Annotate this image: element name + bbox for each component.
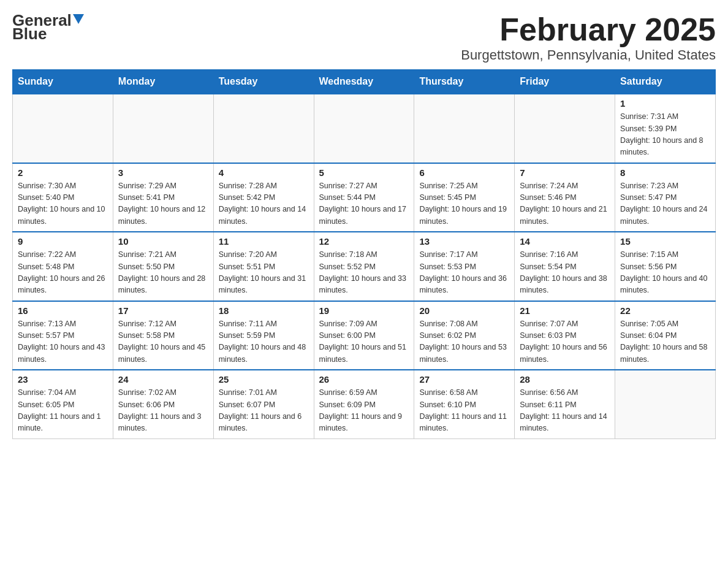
calendar-cell: 26Sunrise: 6:59 AMSunset: 6:09 PMDayligh… bbox=[314, 370, 414, 439]
calendar-cell: 20Sunrise: 7:08 AMSunset: 6:02 PMDayligh… bbox=[414, 301, 515, 370]
day-number: 9 bbox=[18, 236, 108, 247]
day-number: 16 bbox=[18, 305, 108, 316]
day-number: 19 bbox=[319, 305, 409, 316]
calendar-cell: 2Sunrise: 7:30 AMSunset: 5:40 PMDaylight… bbox=[13, 163, 113, 232]
calendar-cell bbox=[615, 370, 716, 439]
day-info: Sunrise: 7:18 AMSunset: 5:52 PMDaylight:… bbox=[319, 249, 409, 297]
page-header: General Blue February 2025 Burgettstown,… bbox=[12, 12, 716, 63]
calendar-cell: 1Sunrise: 7:31 AMSunset: 5:39 PMDaylight… bbox=[615, 94, 716, 163]
day-info: Sunrise: 7:04 AMSunset: 6:05 PMDaylight:… bbox=[18, 387, 108, 435]
day-info: Sunrise: 7:08 AMSunset: 6:02 PMDaylight:… bbox=[419, 318, 509, 366]
day-info: Sunrise: 7:22 AMSunset: 5:48 PMDaylight:… bbox=[18, 249, 108, 297]
calendar-cell: 10Sunrise: 7:21 AMSunset: 5:50 PMDayligh… bbox=[113, 232, 213, 301]
day-info: Sunrise: 6:58 AMSunset: 6:10 PMDaylight:… bbox=[419, 387, 509, 435]
calendar-cell: 4Sunrise: 7:28 AMSunset: 5:42 PMDaylight… bbox=[213, 163, 314, 232]
calendar-cell: 3Sunrise: 7:29 AMSunset: 5:41 PMDaylight… bbox=[113, 163, 213, 232]
day-number: 15 bbox=[620, 236, 710, 247]
day-info: Sunrise: 7:31 AMSunset: 5:39 PMDaylight:… bbox=[620, 111, 710, 159]
day-number: 13 bbox=[419, 236, 509, 247]
day-number: 2 bbox=[18, 167, 108, 178]
calendar-cell: 27Sunrise: 6:58 AMSunset: 6:10 PMDayligh… bbox=[414, 370, 515, 439]
logo-triangle-icon bbox=[73, 14, 84, 24]
day-info: Sunrise: 7:28 AMSunset: 5:42 PMDaylight:… bbox=[219, 180, 309, 228]
calendar-cell bbox=[314, 94, 414, 163]
day-number: 14 bbox=[520, 236, 610, 247]
calendar-cell: 16Sunrise: 7:13 AMSunset: 5:57 PMDayligh… bbox=[13, 301, 113, 370]
day-number: 7 bbox=[520, 167, 610, 178]
calendar-cell bbox=[213, 94, 314, 163]
day-info: Sunrise: 7:27 AMSunset: 5:44 PMDaylight:… bbox=[319, 180, 409, 228]
day-info: Sunrise: 7:23 AMSunset: 5:47 PMDaylight:… bbox=[620, 180, 710, 228]
day-info: Sunrise: 7:25 AMSunset: 5:45 PMDaylight:… bbox=[419, 180, 509, 228]
day-info: Sunrise: 7:30 AMSunset: 5:40 PMDaylight:… bbox=[18, 180, 108, 228]
day-number: 11 bbox=[219, 236, 309, 247]
day-number: 3 bbox=[118, 167, 208, 178]
calendar-cell: 6Sunrise: 7:25 AMSunset: 5:45 PMDaylight… bbox=[414, 163, 515, 232]
day-number: 17 bbox=[118, 305, 208, 316]
month-title: February 2025 bbox=[461, 12, 716, 47]
week-row-2: 2Sunrise: 7:30 AMSunset: 5:40 PMDaylight… bbox=[13, 163, 716, 232]
calendar-cell: 17Sunrise: 7:12 AMSunset: 5:58 PMDayligh… bbox=[113, 301, 213, 370]
week-row-4: 16Sunrise: 7:13 AMSunset: 5:57 PMDayligh… bbox=[13, 301, 716, 370]
logo-blue: Blue bbox=[12, 26, 47, 42]
calendar-cell: 13Sunrise: 7:17 AMSunset: 5:53 PMDayligh… bbox=[414, 232, 515, 301]
calendar-cell: 14Sunrise: 7:16 AMSunset: 5:54 PMDayligh… bbox=[515, 232, 615, 301]
calendar-cell: 8Sunrise: 7:23 AMSunset: 5:47 PMDaylight… bbox=[615, 163, 716, 232]
week-row-1: 1Sunrise: 7:31 AMSunset: 5:39 PMDaylight… bbox=[13, 94, 716, 163]
week-row-5: 23Sunrise: 7:04 AMSunset: 6:05 PMDayligh… bbox=[13, 370, 716, 439]
header-thursday: Thursday bbox=[414, 70, 515, 94]
calendar-cell: 15Sunrise: 7:15 AMSunset: 5:56 PMDayligh… bbox=[615, 232, 716, 301]
calendar-cell: 9Sunrise: 7:22 AMSunset: 5:48 PMDaylight… bbox=[13, 232, 113, 301]
day-info: Sunrise: 7:01 AMSunset: 6:07 PMDaylight:… bbox=[219, 387, 309, 435]
calendar-cell bbox=[113, 94, 213, 163]
day-number: 20 bbox=[419, 305, 509, 316]
day-number: 24 bbox=[118, 374, 208, 385]
day-number: 28 bbox=[520, 374, 610, 385]
calendar-cell: 12Sunrise: 7:18 AMSunset: 5:52 PMDayligh… bbox=[314, 232, 414, 301]
svg-marker-0 bbox=[73, 14, 84, 24]
calendar-cell: 18Sunrise: 7:11 AMSunset: 5:59 PMDayligh… bbox=[213, 301, 314, 370]
day-info: Sunrise: 7:29 AMSunset: 5:41 PMDaylight:… bbox=[118, 180, 208, 228]
location-title: Burgettstown, Pennsylvania, United State… bbox=[461, 47, 716, 63]
calendar-cell bbox=[13, 94, 113, 163]
calendar-cell: 24Sunrise: 7:02 AMSunset: 6:06 PMDayligh… bbox=[113, 370, 213, 439]
calendar-cell: 21Sunrise: 7:07 AMSunset: 6:03 PMDayligh… bbox=[515, 301, 615, 370]
day-info: Sunrise: 7:05 AMSunset: 6:04 PMDaylight:… bbox=[620, 318, 710, 366]
header-friday: Friday bbox=[515, 70, 615, 94]
day-number: 26 bbox=[319, 374, 409, 385]
calendar-cell: 23Sunrise: 7:04 AMSunset: 6:05 PMDayligh… bbox=[13, 370, 113, 439]
title-area: February 2025 Burgettstown, Pennsylvania… bbox=[461, 12, 716, 63]
day-info: Sunrise: 7:24 AMSunset: 5:46 PMDaylight:… bbox=[520, 180, 610, 228]
calendar-cell: 25Sunrise: 7:01 AMSunset: 6:07 PMDayligh… bbox=[213, 370, 314, 439]
day-info: Sunrise: 7:07 AMSunset: 6:03 PMDaylight:… bbox=[520, 318, 610, 366]
logo-area: General Blue bbox=[12, 12, 84, 42]
calendar-cell: 5Sunrise: 7:27 AMSunset: 5:44 PMDaylight… bbox=[314, 163, 414, 232]
calendar-cell bbox=[414, 94, 515, 163]
day-number: 12 bbox=[319, 236, 409, 247]
day-number: 27 bbox=[419, 374, 509, 385]
calendar-cell bbox=[515, 94, 615, 163]
week-row-3: 9Sunrise: 7:22 AMSunset: 5:48 PMDaylight… bbox=[13, 232, 716, 301]
day-info: Sunrise: 7:21 AMSunset: 5:50 PMDaylight:… bbox=[118, 249, 208, 297]
calendar-cell: 11Sunrise: 7:20 AMSunset: 5:51 PMDayligh… bbox=[213, 232, 314, 301]
header-tuesday: Tuesday bbox=[213, 70, 314, 94]
header-wednesday: Wednesday bbox=[314, 70, 414, 94]
day-number: 6 bbox=[419, 167, 509, 178]
calendar-cell: 7Sunrise: 7:24 AMSunset: 5:46 PMDaylight… bbox=[515, 163, 615, 232]
day-info: Sunrise: 7:11 AMSunset: 5:59 PMDaylight:… bbox=[219, 318, 309, 366]
calendar-cell: 28Sunrise: 6:56 AMSunset: 6:11 PMDayligh… bbox=[515, 370, 615, 439]
header-saturday: Saturday bbox=[615, 70, 716, 94]
header-monday: Monday bbox=[113, 70, 213, 94]
day-number: 21 bbox=[520, 305, 610, 316]
day-info: Sunrise: 7:12 AMSunset: 5:58 PMDaylight:… bbox=[118, 318, 208, 366]
day-number: 1 bbox=[620, 98, 710, 109]
day-number: 22 bbox=[620, 305, 710, 316]
day-info: Sunrise: 7:13 AMSunset: 5:57 PMDaylight:… bbox=[18, 318, 108, 366]
day-info: Sunrise: 7:09 AMSunset: 6:00 PMDaylight:… bbox=[319, 318, 409, 366]
day-number: 23 bbox=[18, 374, 108, 385]
day-number: 25 bbox=[219, 374, 309, 385]
day-number: 8 bbox=[620, 167, 710, 178]
day-info: Sunrise: 7:02 AMSunset: 6:06 PMDaylight:… bbox=[118, 387, 208, 435]
day-info: Sunrise: 6:56 AMSunset: 6:11 PMDaylight:… bbox=[520, 387, 610, 435]
day-number: 10 bbox=[118, 236, 208, 247]
